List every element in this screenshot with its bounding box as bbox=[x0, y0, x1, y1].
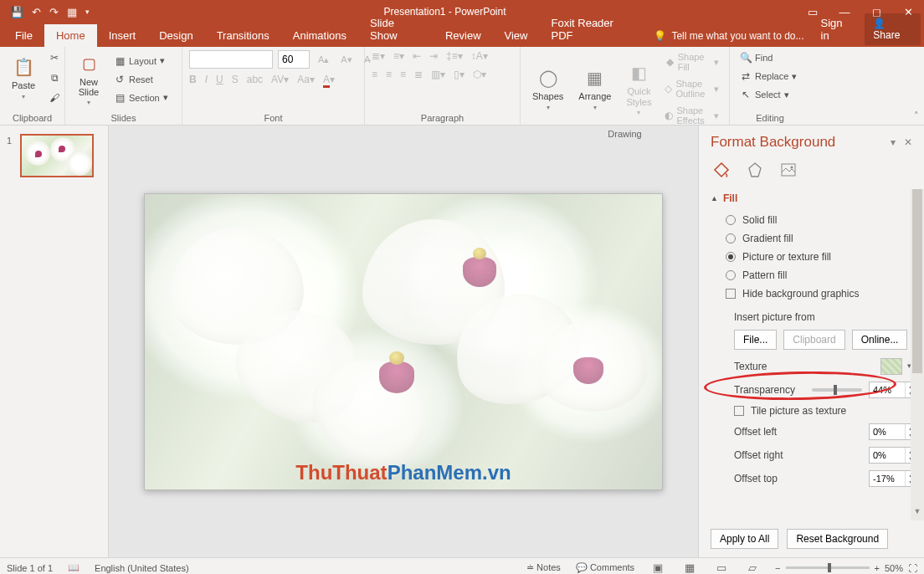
radio-picture-fill[interactable]: Picture or texture fill bbox=[711, 248, 917, 266]
strikethrough-button[interactable]: S bbox=[232, 74, 239, 85]
reset-background-button[interactable]: Reset Background bbox=[787, 529, 888, 549]
font-size-input[interactable] bbox=[278, 50, 310, 69]
slide-indicator[interactable]: Slide 1 of 1 bbox=[7, 563, 53, 573]
fill-tab-icon[interactable] bbox=[711, 159, 732, 181]
copy-button[interactable]: ⧉ bbox=[45, 70, 64, 85]
font-color-button[interactable]: A▾ bbox=[323, 74, 335, 85]
tab-view[interactable]: View bbox=[493, 24, 540, 47]
align-right-button[interactable]: ≡ bbox=[400, 69, 406, 80]
select-button[interactable]: ↖Select ▾ bbox=[737, 87, 803, 102]
quick-styles-button[interactable]: ◧Quick Styles▾ bbox=[621, 59, 656, 117]
notes-button[interactable]: ≐ Notes bbox=[526, 562, 561, 573]
checkbox-tile-texture[interactable]: Tile picture as texture bbox=[711, 402, 917, 420]
insert-online-button[interactable]: Online... bbox=[852, 330, 908, 350]
texture-picker-button[interactable] bbox=[880, 358, 902, 375]
transparency-slider[interactable] bbox=[812, 388, 862, 392]
bullets-button[interactable]: ≣▾ bbox=[372, 50, 385, 62]
tab-file[interactable]: File bbox=[3, 24, 44, 47]
pane-scrollbar[interactable]: ▲ ▼ bbox=[911, 189, 924, 520]
scroll-down-icon[interactable]: ▼ bbox=[911, 507, 924, 520]
case-button[interactable]: Aa▾ bbox=[297, 74, 315, 85]
save-icon[interactable]: 💾 bbox=[10, 6, 23, 18]
language-indicator[interactable]: English (United States) bbox=[95, 563, 189, 573]
picture-tab-icon[interactable] bbox=[778, 159, 799, 181]
tab-home[interactable]: Home bbox=[44, 24, 97, 47]
tab-animations[interactable]: Animations bbox=[281, 24, 358, 47]
shape-outline-button[interactable]: ◇Shape Outline ▾ bbox=[661, 77, 722, 100]
zoom-slider[interactable] bbox=[786, 566, 870, 569]
radio-solid-fill[interactable]: Solid fill bbox=[711, 211, 917, 229]
line-spacing-button[interactable]: ‡≡▾ bbox=[446, 50, 463, 62]
tab-design[interactable]: Design bbox=[147, 24, 204, 47]
comments-button[interactable]: 💬 Comments bbox=[576, 562, 634, 573]
bold-button[interactable]: B bbox=[189, 74, 197, 85]
redo-icon[interactable]: ↷ bbox=[49, 6, 59, 18]
slide-canvas-area[interactable]: ThuThuatPhanMem.vn bbox=[109, 126, 698, 557]
new-slide-button[interactable]: ▢ New Slide ▾ bbox=[72, 50, 105, 108]
slideshow-view-icon[interactable]: ▱ bbox=[745, 561, 760, 574]
fill-section-header[interactable]: ▲ Fill bbox=[711, 189, 917, 211]
normal-view-icon[interactable]: ▣ bbox=[649, 561, 666, 574]
share-button[interactable]: 👤 Share bbox=[865, 13, 921, 45]
offset-top-input[interactable] bbox=[870, 474, 905, 484]
reading-view-icon[interactable]: ▭ bbox=[713, 561, 730, 574]
tell-me-search[interactable]: 💡 Tell me what you want to do... bbox=[645, 25, 812, 47]
undo-icon[interactable]: ↶ bbox=[32, 6, 41, 18]
text-direction-button[interactable]: ↕A▾ bbox=[471, 50, 488, 62]
checkbox-hide-bg-graphics[interactable]: Hide background graphics bbox=[711, 284, 917, 303]
layout-button[interactable]: ▦Layout ▾ bbox=[110, 54, 172, 69]
tab-foxit[interactable]: Foxit Reader PDF bbox=[539, 12, 645, 47]
effects-tab-icon[interactable] bbox=[744, 159, 766, 181]
sorter-view-icon[interactable]: ▦ bbox=[681, 561, 698, 574]
apply-to-all-button[interactable]: Apply to All bbox=[711, 529, 778, 549]
spacing-button[interactable]: AV▾ bbox=[271, 74, 289, 85]
arrange-button[interactable]: ▦Arrange▾ bbox=[573, 64, 616, 112]
numbering-button[interactable]: ≡▾ bbox=[393, 50, 404, 62]
align-center-button[interactable]: ≡ bbox=[386, 69, 392, 80]
tab-transitions[interactable]: Transitions bbox=[205, 24, 281, 47]
italic-button[interactable]: I bbox=[205, 74, 208, 85]
spellcheck-icon[interactable]: 📖 bbox=[68, 562, 80, 573]
replace-button[interactable]: ⇄Replace ▾ bbox=[737, 69, 803, 84]
columns-button[interactable]: ▥▾ bbox=[431, 69, 445, 80]
sign-in-link[interactable]: Sign in bbox=[813, 12, 860, 47]
scrollbar-thumb[interactable] bbox=[912, 189, 922, 373]
pane-close-icon[interactable]: ✕ bbox=[904, 136, 912, 148]
format-painter-button[interactable]: 🖌 bbox=[45, 90, 64, 105]
grow-font-button[interactable]: A▴ bbox=[315, 53, 332, 67]
tab-slideshow[interactable]: Slide Show bbox=[358, 12, 434, 47]
shadow-button[interactable]: abc bbox=[247, 74, 263, 85]
paste-button[interactable]: 📋 Paste ▾ bbox=[7, 54, 40, 101]
transparency-input[interactable] bbox=[870, 385, 905, 395]
insert-file-button[interactable]: File... bbox=[734, 330, 777, 350]
section-button[interactable]: ▤Section ▾ bbox=[110, 90, 172, 105]
shapes-button[interactable]: ◯Shapes▾ bbox=[527, 64, 568, 112]
radio-gradient-fill[interactable]: Gradient fill bbox=[711, 229, 917, 248]
zoom-in-button[interactable]: + bbox=[875, 563, 880, 573]
slide-thumbnail-1[interactable] bbox=[20, 134, 94, 177]
decrease-indent-button[interactable]: ⇤ bbox=[413, 50, 421, 62]
align-text-button[interactable]: ▯▾ bbox=[454, 69, 465, 80]
shape-effects-button[interactable]: ◐Shape Effects ▾ bbox=[661, 104, 722, 127]
underline-button[interactable]: U bbox=[216, 74, 223, 85]
qat-more-icon[interactable]: ▾ bbox=[85, 8, 90, 16]
font-name-input[interactable] bbox=[189, 50, 273, 69]
cut-button[interactable]: ✂ bbox=[45, 50, 64, 65]
zoom-level[interactable]: 50% bbox=[885, 563, 903, 573]
align-left-button[interactable]: ≡ bbox=[372, 69, 377, 80]
tab-review[interactable]: Review bbox=[434, 24, 493, 47]
pane-options-icon[interactable]: ▾ bbox=[891, 136, 896, 148]
zoom-out-button[interactable]: − bbox=[775, 563, 780, 573]
offset-right-input[interactable] bbox=[870, 450, 905, 460]
reset-button[interactable]: ↺Reset bbox=[110, 72, 172, 87]
increase-indent-button[interactable]: ⇥ bbox=[429, 50, 438, 62]
collapse-ribbon-icon[interactable]: ˄ bbox=[914, 110, 919, 121]
tab-insert[interactable]: Insert bbox=[97, 24, 148, 47]
radio-pattern-fill[interactable]: Pattern fill bbox=[711, 266, 917, 284]
shape-fill-button[interactable]: ◆Shape Fill ▾ bbox=[661, 50, 722, 74]
smartart-button[interactable]: ⬡▾ bbox=[473, 69, 486, 80]
start-from-beginning-icon[interactable]: ▦ bbox=[67, 6, 77, 18]
find-button[interactable]: 🔍Find bbox=[737, 50, 803, 65]
justify-button[interactable]: ≣ bbox=[414, 69, 423, 80]
shrink-font-button[interactable]: A▾ bbox=[337, 53, 355, 67]
